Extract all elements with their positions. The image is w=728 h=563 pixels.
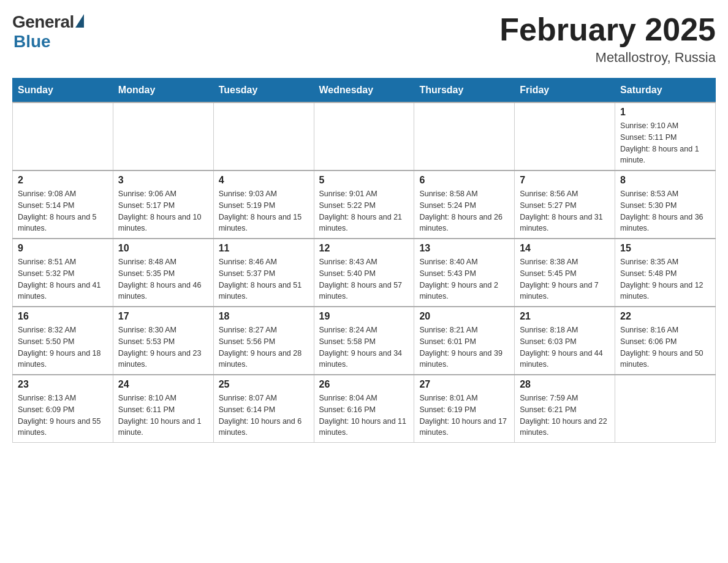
day-number: 5 (319, 175, 409, 186)
day-info: Sunrise: 8:24 AMSunset: 5:58 PMDaylight:… (319, 324, 409, 370)
day-number: 6 (419, 175, 509, 186)
calendar-week-row: 16Sunrise: 8:32 AMSunset: 5:50 PMDayligh… (13, 307, 716, 375)
day-number: 24 (118, 379, 208, 390)
day-info: Sunrise: 8:18 AMSunset: 6:03 PMDaylight:… (520, 324, 610, 370)
calendar-day-cell (414, 102, 515, 170)
calendar-day-cell: 25Sunrise: 8:07 AMSunset: 6:14 PMDayligh… (213, 375, 314, 443)
day-info: Sunrise: 9:03 AMSunset: 5:19 PMDaylight:… (219, 188, 309, 234)
day-info: Sunrise: 9:06 AMSunset: 5:17 PMDaylight:… (118, 188, 208, 234)
calendar-day-cell: 3Sunrise: 9:06 AMSunset: 5:17 PMDaylight… (113, 170, 213, 239)
day-info: Sunrise: 8:58 AMSunset: 5:24 PMDaylight:… (419, 188, 509, 234)
calendar-day-cell (515, 102, 615, 170)
day-number: 28 (520, 379, 610, 390)
logo-general-text: General (12, 12, 74, 32)
day-info: Sunrise: 8:16 AMSunset: 6:06 PMDaylight:… (620, 324, 710, 370)
day-info: Sunrise: 8:32 AMSunset: 5:50 PMDaylight:… (18, 324, 108, 370)
day-info: Sunrise: 8:13 AMSunset: 6:09 PMDaylight:… (18, 393, 108, 439)
calendar-day-cell (13, 102, 113, 170)
calendar-day-cell: 6Sunrise: 8:58 AMSunset: 5:24 PMDaylight… (414, 170, 515, 239)
day-info: Sunrise: 8:35 AMSunset: 5:48 PMDaylight:… (620, 256, 710, 302)
day-info: Sunrise: 9:01 AMSunset: 5:22 PMDaylight:… (319, 188, 409, 234)
calendar-day-cell (213, 102, 314, 170)
calendar-day-header: Saturday (615, 79, 716, 103)
day-info: Sunrise: 8:30 AMSunset: 5:53 PMDaylight:… (118, 324, 208, 370)
month-title: February 2025 (499, 12, 716, 47)
calendar-week-row: 1Sunrise: 9:10 AMSunset: 5:11 PMDaylight… (13, 102, 716, 170)
logo: General Blue (12, 12, 84, 52)
day-number: 25 (219, 379, 309, 390)
day-number: 3 (118, 175, 208, 186)
calendar-day-header: Sunday (13, 79, 113, 103)
page-header: General Blue February 2025 Metallostroy,… (12, 12, 716, 66)
calendar-day-header: Tuesday (213, 79, 314, 103)
calendar-week-row: 9Sunrise: 8:51 AMSunset: 5:32 PMDaylight… (13, 239, 716, 307)
day-info: Sunrise: 7:59 AMSunset: 6:21 PMDaylight:… (520, 393, 610, 439)
calendar-day-cell: 2Sunrise: 9:08 AMSunset: 5:14 PMDaylight… (13, 170, 113, 239)
day-number: 12 (319, 243, 409, 254)
day-number: 7 (520, 175, 610, 186)
calendar-day-cell: 4Sunrise: 9:03 AMSunset: 5:19 PMDaylight… (213, 170, 314, 239)
day-number: 9 (18, 243, 108, 254)
calendar-day-cell: 28Sunrise: 7:59 AMSunset: 6:21 PMDayligh… (515, 375, 615, 443)
calendar-day-cell: 12Sunrise: 8:43 AMSunset: 5:40 PMDayligh… (314, 239, 414, 307)
calendar-week-row: 23Sunrise: 8:13 AMSunset: 6:09 PMDayligh… (13, 375, 716, 443)
day-number: 20 (419, 311, 509, 322)
day-number: 2 (18, 175, 108, 186)
day-info: Sunrise: 8:56 AMSunset: 5:27 PMDaylight:… (520, 188, 610, 234)
calendar-day-cell: 5Sunrise: 9:01 AMSunset: 5:22 PMDaylight… (314, 170, 414, 239)
day-number: 15 (620, 243, 710, 254)
calendar-day-cell: 1Sunrise: 9:10 AMSunset: 5:11 PMDaylight… (615, 102, 716, 170)
day-number: 11 (219, 243, 309, 254)
day-info: Sunrise: 8:27 AMSunset: 5:56 PMDaylight:… (219, 324, 309, 370)
day-info: Sunrise: 8:07 AMSunset: 6:14 PMDaylight:… (219, 393, 309, 439)
location-subtitle: Metallostroy, Russia (499, 50, 716, 66)
calendar-day-cell: 10Sunrise: 8:48 AMSunset: 5:35 PMDayligh… (113, 239, 213, 307)
day-number: 1 (620, 107, 710, 118)
day-info: Sunrise: 8:10 AMSunset: 6:11 PMDaylight:… (118, 393, 208, 439)
day-number: 23 (18, 379, 108, 390)
calendar-day-cell: 17Sunrise: 8:30 AMSunset: 5:53 PMDayligh… (113, 307, 213, 375)
day-info: Sunrise: 8:43 AMSunset: 5:40 PMDaylight:… (319, 256, 409, 302)
calendar-week-row: 2Sunrise: 9:08 AMSunset: 5:14 PMDaylight… (13, 170, 716, 239)
calendar-day-cell: 26Sunrise: 8:04 AMSunset: 6:16 PMDayligh… (314, 375, 414, 443)
day-info: Sunrise: 8:46 AMSunset: 5:37 PMDaylight:… (219, 256, 309, 302)
calendar-day-cell: 19Sunrise: 8:24 AMSunset: 5:58 PMDayligh… (314, 307, 414, 375)
day-number: 16 (18, 311, 108, 322)
calendar-day-cell: 22Sunrise: 8:16 AMSunset: 6:06 PMDayligh… (615, 307, 716, 375)
calendar-day-cell: 9Sunrise: 8:51 AMSunset: 5:32 PMDaylight… (13, 239, 113, 307)
day-number: 21 (520, 311, 610, 322)
title-block: February 2025 Metallostroy, Russia (499, 12, 716, 66)
day-number: 4 (219, 175, 309, 186)
calendar-day-cell: 16Sunrise: 8:32 AMSunset: 5:50 PMDayligh… (13, 307, 113, 375)
calendar-day-cell: 13Sunrise: 8:40 AMSunset: 5:43 PMDayligh… (414, 239, 515, 307)
calendar-header: SundayMondayTuesdayWednesdayThursdayFrid… (13, 79, 716, 103)
calendar-day-cell (615, 375, 716, 443)
day-number: 19 (319, 311, 409, 322)
calendar-day-cell: 18Sunrise: 8:27 AMSunset: 5:56 PMDayligh… (213, 307, 314, 375)
day-number: 27 (419, 379, 509, 390)
calendar-day-cell: 21Sunrise: 8:18 AMSunset: 6:03 PMDayligh… (515, 307, 615, 375)
day-info: Sunrise: 8:51 AMSunset: 5:32 PMDaylight:… (18, 256, 108, 302)
calendar-day-cell: 11Sunrise: 8:46 AMSunset: 5:37 PMDayligh… (213, 239, 314, 307)
calendar-day-cell: 20Sunrise: 8:21 AMSunset: 6:01 PMDayligh… (414, 307, 515, 375)
calendar-day-cell (113, 102, 213, 170)
day-info: Sunrise: 8:38 AMSunset: 5:45 PMDaylight:… (520, 256, 610, 302)
day-number: 17 (118, 311, 208, 322)
day-number: 13 (419, 243, 509, 254)
day-info: Sunrise: 8:53 AMSunset: 5:30 PMDaylight:… (620, 188, 710, 234)
calendar-day-cell: 27Sunrise: 8:01 AMSunset: 6:19 PMDayligh… (414, 375, 515, 443)
calendar-day-cell: 7Sunrise: 8:56 AMSunset: 5:27 PMDaylight… (515, 170, 615, 239)
calendar-day-cell: 8Sunrise: 8:53 AMSunset: 5:30 PMDaylight… (615, 170, 716, 239)
day-number: 14 (520, 243, 610, 254)
calendar-day-header: Wednesday (314, 79, 414, 103)
calendar-day-header: Friday (515, 79, 615, 103)
logo-blue-text: Blue (13, 32, 51, 52)
day-number: 8 (620, 175, 710, 186)
day-info: Sunrise: 8:04 AMSunset: 6:16 PMDaylight:… (319, 393, 409, 439)
day-info: Sunrise: 9:08 AMSunset: 5:14 PMDaylight:… (18, 188, 108, 234)
calendar-day-cell: 14Sunrise: 8:38 AMSunset: 5:45 PMDayligh… (515, 239, 615, 307)
day-number: 10 (118, 243, 208, 254)
calendar-table: SundayMondayTuesdayWednesdayThursdayFrid… (12, 78, 716, 443)
day-number: 22 (620, 311, 710, 322)
day-number: 26 (319, 379, 409, 390)
